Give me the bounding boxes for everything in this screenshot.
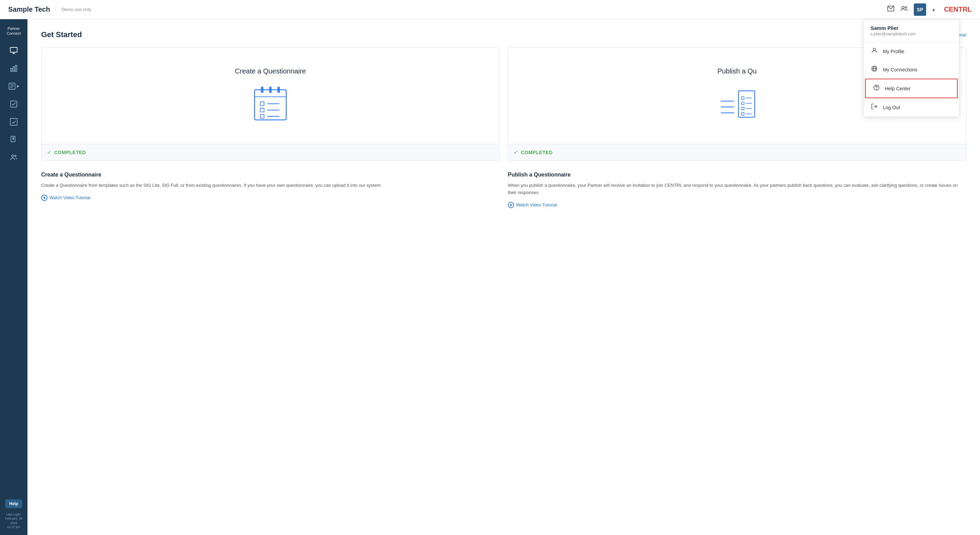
dropdown-item-logout[interactable]: Log Out bbox=[864, 98, 959, 117]
sidebar: Partner Connect bbox=[0, 19, 27, 535]
watch-tutorial-create-link[interactable]: Watch Video Tutorial bbox=[41, 195, 500, 201]
svg-point-1 bbox=[902, 6, 904, 9]
user-avatar[interactable]: SP bbox=[914, 3, 926, 16]
sidebar-item-questionnaires[interactable]: ▶ bbox=[0, 77, 27, 95]
sidebar-brand: Partner Connect bbox=[5, 23, 22, 42]
svg-rect-13 bbox=[11, 68, 12, 72]
svg-point-24 bbox=[12, 155, 14, 157]
sidebar-item-documents[interactable] bbox=[0, 131, 27, 149]
dropdown-item-help-center[interactable]: Help Center bbox=[865, 79, 958, 98]
desc-publish-heading: Publish a Questionnaire bbox=[508, 172, 966, 178]
svg-rect-22 bbox=[11, 136, 15, 142]
last-login: Last Login: February, 28 2023 01:37 pm bbox=[0, 511, 27, 531]
questionnaire-icon-create bbox=[250, 83, 291, 125]
completed-text-create: COMPLETED bbox=[54, 150, 86, 155]
dropdown-user-name: Samm Plier bbox=[870, 25, 952, 31]
questionnaire-icon-publish bbox=[716, 83, 758, 125]
svg-point-8 bbox=[877, 89, 877, 89]
desc-publish: Publish a Questionnaire When you publish… bbox=[508, 172, 966, 208]
svg-point-2 bbox=[905, 6, 907, 8]
app-logo: Sample Tech bbox=[8, 5, 50, 13]
card-create-bottom: ✓ COMPLETED bbox=[41, 144, 499, 160]
svg-rect-10 bbox=[10, 47, 17, 52]
questionnaires-expand-icon: ▶ bbox=[17, 84, 19, 88]
desc-create-body: Create a Questionnaire from templates su… bbox=[41, 182, 500, 189]
desc-create: Create a Questionnaire Create a Question… bbox=[41, 172, 500, 208]
avatar-chevron-icon[interactable]: ▲ bbox=[932, 7, 936, 12]
mail-icon[interactable] bbox=[887, 5, 894, 14]
completed-check-publish-icon: ✓ bbox=[514, 149, 518, 156]
desc-publish-body: When you publish a questionnaire, your P… bbox=[508, 182, 966, 196]
header-right: SP ▲ CENTRL bbox=[887, 3, 972, 16]
help-center-label: Help Center bbox=[885, 86, 911, 91]
my-profile-label: My Profile bbox=[883, 49, 904, 54]
dropdown-item-my-profile[interactable]: My Profile bbox=[864, 42, 959, 61]
svg-rect-27 bbox=[261, 86, 263, 93]
play-circle-icon-publish bbox=[508, 202, 514, 208]
svg-rect-15 bbox=[16, 65, 17, 72]
demo-label: Demo use only bbox=[56, 7, 91, 12]
cards-row: Create a Questionnaire bbox=[41, 47, 966, 161]
descriptions-row: Create a Questionnaire Create a Question… bbox=[41, 172, 966, 208]
svg-rect-14 bbox=[13, 67, 14, 72]
dropdown-user-email: s.plier@sampletech.com bbox=[870, 32, 952, 37]
watch-tutorial-create-label: Watch Video Tutorial bbox=[49, 195, 90, 200]
svg-rect-26 bbox=[255, 89, 286, 120]
svg-rect-40 bbox=[738, 91, 754, 117]
dropdown-item-my-connections[interactable]: My Connections bbox=[864, 61, 959, 79]
main-layout: Partner Connect bbox=[0, 19, 980, 535]
sidebar-item-reports[interactable] bbox=[0, 113, 27, 131]
svg-rect-29 bbox=[277, 86, 280, 93]
help-icon bbox=[873, 84, 880, 93]
dropdown-user-info: Samm Plier s.plier@sampletech.com bbox=[864, 19, 959, 42]
card-publish-title: Publish a Qu bbox=[718, 67, 757, 75]
watch-tutorial-publish-link[interactable]: Watch Video Tutorial bbox=[508, 202, 966, 208]
person-icon bbox=[870, 47, 878, 56]
desc-create-heading: Create a Questionnaire bbox=[41, 172, 500, 178]
page-title: Get Started bbox=[41, 30, 82, 39]
completed-text-publish: COMPLETED bbox=[521, 150, 552, 155]
content-area: Get Started All Video Tutorial Create a … bbox=[27, 19, 980, 535]
play-triangle-icon-publish bbox=[510, 204, 512, 206]
svg-point-25 bbox=[15, 155, 16, 157]
sidebar-item-contacts[interactable] bbox=[0, 149, 27, 166]
card-publish-bottom: ✓ COMPLETED bbox=[508, 144, 966, 160]
app-header: Sample Tech Demo use only SP ▲ CENTRL bbox=[0, 0, 980, 19]
card-create-questionnaire[interactable]: Create a Questionnaire bbox=[41, 47, 500, 161]
sidebar-item-dashboard[interactable] bbox=[0, 42, 27, 59]
people-icon[interactable] bbox=[900, 5, 908, 14]
svg-point-3 bbox=[873, 48, 876, 51]
my-connections-label: My Connections bbox=[883, 67, 917, 72]
svg-rect-21 bbox=[10, 118, 17, 125]
globe-icon bbox=[870, 65, 878, 74]
card-create-top: Create a Questionnaire bbox=[41, 48, 499, 144]
play-circle-icon-create bbox=[41, 195, 47, 201]
svg-rect-28 bbox=[269, 86, 271, 93]
logout-icon bbox=[870, 103, 878, 112]
card-create-title: Create a Questionnaire bbox=[235, 67, 306, 75]
sidebar-item-analytics[interactable] bbox=[0, 59, 27, 77]
main-content: Get Started All Video Tutorial Create a … bbox=[27, 19, 980, 535]
help-button[interactable]: Help bbox=[5, 499, 22, 508]
sidebar-item-tasks[interactable] bbox=[0, 95, 27, 113]
user-dropdown-menu: Samm Plier s.plier@sampletech.com My Pro… bbox=[863, 19, 959, 117]
logout-label: Log Out bbox=[883, 105, 900, 110]
watch-tutorial-publish-label: Watch Video Tutorial bbox=[516, 202, 557, 208]
sidebar-help: Help Last Login: February, 28 2023 01:37… bbox=[0, 499, 27, 531]
centrl-label: CENTRL bbox=[944, 5, 972, 13]
completed-check-icon: ✓ bbox=[47, 149, 51, 156]
play-triangle-icon-create bbox=[44, 196, 46, 199]
